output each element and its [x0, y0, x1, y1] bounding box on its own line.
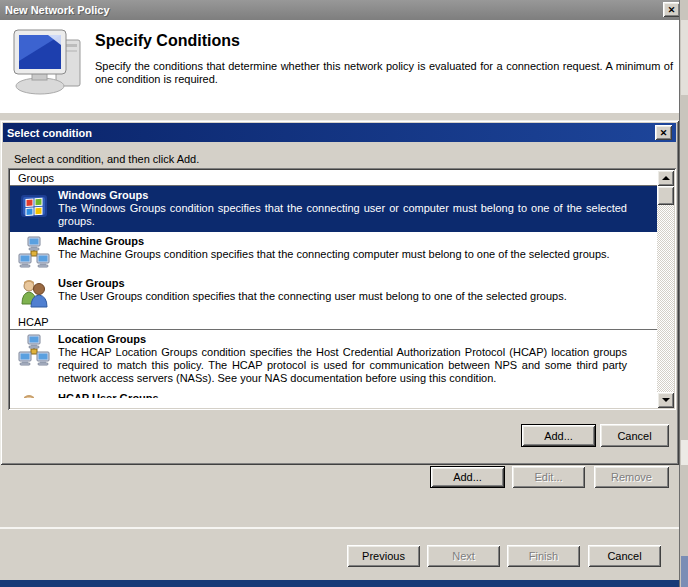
footer-divider	[0, 527, 679, 529]
windows-groups-icon	[10, 189, 58, 228]
parent-window-bottom-edge	[0, 580, 688, 587]
group-header-groups: Groups	[10, 170, 657, 186]
condition-item-description: The User Groups condition specifies that…	[58, 290, 627, 303]
close-icon[interactable]: ✕	[663, 2, 680, 17]
machine-groups-icon	[10, 235, 58, 270]
condition-item-title: Machine Groups	[58, 235, 627, 248]
scroll-up-arrow-icon[interactable]	[657, 170, 674, 186]
condition-list: GroupsWindows GroupsThe Windows Groups c…	[10, 170, 657, 408]
conditions-remove-button: Remove	[594, 466, 669, 488]
new-network-policy-window: New Network Policy ✕ Specify Conditions …	[0, 0, 688, 587]
scroll-down-arrow-icon[interactable]	[657, 392, 674, 408]
select-condition-dialog: Select condition ✕ Select a condition, a…	[0, 120, 679, 465]
dialog-titlebar: Select condition ✕	[3, 123, 676, 142]
condition-item-description: The Windows Groups condition specifies t…	[58, 202, 627, 228]
page-description: Specify the conditions that determine wh…	[95, 60, 673, 86]
condition-item-title: HCAP User Groups	[58, 392, 627, 398]
condition-item-description: The HCAP Location Groups condition speci…	[58, 346, 627, 385]
window-title: New Network Policy	[5, 4, 110, 16]
scrollbar-thumb[interactable]	[657, 186, 674, 205]
computer-icon	[12, 28, 86, 100]
condition-item-location-groups[interactable]: Location GroupsThe HCAP Location Groups …	[10, 330, 657, 389]
hcap-user-groups-icon	[10, 392, 58, 398]
conditions-edit-button: Edit...	[512, 466, 585, 488]
wizard-header: Specify Conditions Specify the condition…	[0, 20, 679, 113]
condition-item-title: Windows Groups	[58, 189, 627, 202]
condition-item-title: User Groups	[58, 277, 627, 290]
next-button: Next	[427, 545, 500, 567]
dialog-add-button[interactable]: Add...	[521, 424, 596, 447]
condition-item-description: The Machine Groups condition specifies t…	[58, 248, 627, 261]
finish-button: Finish	[507, 545, 580, 567]
parent-window-right-edge	[679, 0, 688, 587]
vertical-scrollbar[interactable]	[657, 170, 674, 408]
dialog-instruction: Select a condition, and then click Add.	[14, 153, 199, 165]
dialog-cancel-button[interactable]: Cancel	[600, 424, 669, 447]
condition-item-windows-groups[interactable]: Windows GroupsThe Windows Groups conditi…	[10, 186, 657, 232]
condition-item-machine-groups[interactable]: Machine GroupsThe Machine Groups conditi…	[10, 232, 657, 274]
condition-listbox: GroupsWindows GroupsThe Windows Groups c…	[8, 168, 676, 410]
user-groups-icon	[10, 277, 58, 310]
condition-item-title: Location Groups	[58, 333, 627, 346]
condition-item-hcap-user-groups[interactable]: HCAP User Groups	[10, 389, 657, 398]
page-title: Specify Conditions	[95, 32, 240, 50]
conditions-add-button[interactable]: Add...	[430, 466, 505, 488]
window-titlebar: New Network Policy ✕	[0, 0, 688, 20]
group-header-hcap: HCAP	[10, 314, 657, 330]
dialog-close-icon[interactable]: ✕	[655, 125, 672, 140]
dialog-title: Select condition	[7, 127, 92, 139]
nav-cancel-button[interactable]: Cancel	[588, 545, 661, 567]
condition-item-user-groups[interactable]: User GroupsThe User Groups condition spe…	[10, 274, 657, 314]
previous-button[interactable]: Previous	[347, 545, 420, 567]
location-groups-icon	[10, 333, 58, 385]
